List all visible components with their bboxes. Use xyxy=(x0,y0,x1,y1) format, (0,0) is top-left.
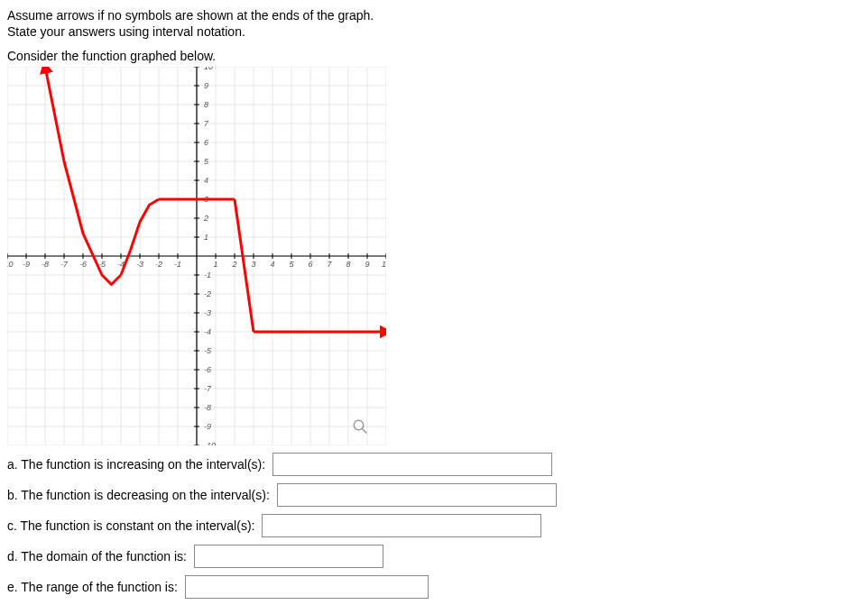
svg-text:3: 3 xyxy=(251,260,255,269)
svg-text:-4: -4 xyxy=(204,327,211,336)
svg-text:10: 10 xyxy=(382,260,386,269)
svg-text:5: 5 xyxy=(289,260,294,269)
answer-c-input[interactable] xyxy=(262,514,541,537)
svg-text:-3: -3 xyxy=(136,260,143,269)
svg-text:-7: -7 xyxy=(60,260,69,269)
question-c-label: c. The function is constant on the inter… xyxy=(7,518,254,533)
svg-text:8: 8 xyxy=(204,100,208,109)
svg-text:10: 10 xyxy=(204,67,213,71)
question-d-label: d. The domain of the function is: xyxy=(7,549,187,564)
answer-e-input[interactable] xyxy=(185,575,429,599)
svg-text:1: 1 xyxy=(213,260,217,269)
svg-text:-10: -10 xyxy=(204,441,216,445)
svg-point-124 xyxy=(354,421,364,431)
answer-b-input[interactable] xyxy=(277,483,557,507)
question-b-label: b. The function is decreasing on the int… xyxy=(7,488,270,502)
svg-text:-1: -1 xyxy=(174,260,181,269)
svg-text:-2: -2 xyxy=(204,289,211,298)
function-graph: -10-9-8-7-6-5-4-3-2-112345678910-10-9-8-… xyxy=(7,67,386,445)
svg-text:-6: -6 xyxy=(204,365,211,374)
graph-svg: -10-9-8-7-6-5-4-3-2-112345678910-10-9-8-… xyxy=(7,67,386,445)
svg-text:-3: -3 xyxy=(204,308,211,317)
answer-d-input[interactable] xyxy=(194,545,383,568)
svg-text:4: 4 xyxy=(270,260,274,269)
magnifier-icon[interactable] xyxy=(352,418,368,435)
svg-text:2: 2 xyxy=(231,260,236,269)
question-a-label: a. The function is increasing on the int… xyxy=(7,457,265,472)
svg-text:2: 2 xyxy=(203,214,208,223)
svg-text:-8: -8 xyxy=(204,403,211,412)
svg-text:-10: -10 xyxy=(7,260,14,269)
svg-text:-9: -9 xyxy=(23,260,30,269)
svg-text:-5: -5 xyxy=(204,346,212,355)
svg-text:-6: -6 xyxy=(79,260,87,269)
instruction-line-1: Assume arrows if no symbols are shown at… xyxy=(7,7,861,23)
question-e-label: e. The range of the function is: xyxy=(7,580,178,594)
svg-text:-2: -2 xyxy=(155,260,162,269)
svg-text:1: 1 xyxy=(204,233,208,242)
svg-text:4: 4 xyxy=(204,176,208,185)
instruction-line-2: State your answers using interval notati… xyxy=(7,23,861,40)
answer-a-input[interactable] xyxy=(272,453,552,476)
svg-text:8: 8 xyxy=(346,260,350,269)
svg-text:6: 6 xyxy=(204,138,208,147)
svg-text:-8: -8 xyxy=(42,260,49,269)
svg-text:7: 7 xyxy=(327,260,332,269)
svg-line-125 xyxy=(362,429,366,434)
svg-text:9: 9 xyxy=(204,81,208,90)
prompt-text: Consider the function graphed below. xyxy=(7,49,861,63)
svg-text:9: 9 xyxy=(365,260,369,269)
svg-text:-9: -9 xyxy=(204,422,211,431)
svg-text:6: 6 xyxy=(308,260,312,269)
svg-text:-1: -1 xyxy=(204,270,211,280)
svg-text:-7: -7 xyxy=(204,384,212,393)
